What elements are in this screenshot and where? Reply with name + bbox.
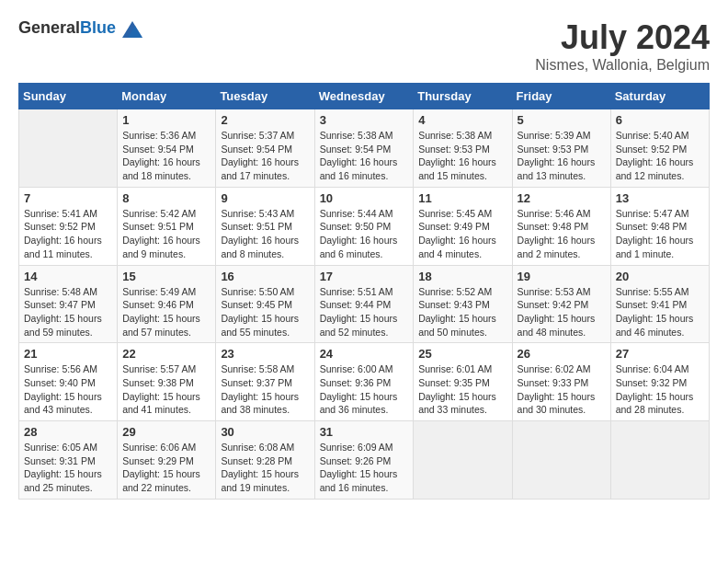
calendar-week-row: 28Sunrise: 6:05 AM Sunset: 9:31 PM Dayli… — [19, 421, 710, 500]
day-number: 28 — [24, 425, 112, 439]
day-number: 11 — [418, 191, 506, 205]
day-number: 27 — [616, 347, 704, 361]
day-info: Sunrise: 5:46 AM Sunset: 9:48 PM Dayligh… — [518, 207, 606, 261]
day-number: 24 — [320, 347, 409, 361]
day-info: Sunrise: 6:02 AM Sunset: 9:33 PM Dayligh… — [518, 362, 606, 417]
month-title: July 2024 — [535, 18, 710, 57]
day-info: Sunrise: 6:00 AM Sunset: 9:36 PM Dayligh… — [320, 362, 409, 417]
calendar-cell: 27Sunrise: 6:04 AM Sunset: 9:32 PM Dayli… — [610, 343, 709, 421]
calendar-cell: 7Sunrise: 5:41 AM Sunset: 9:52 PM Daylig… — [19, 187, 118, 265]
day-number: 1 — [122, 113, 210, 127]
calendar-cell: 20Sunrise: 5:55 AM Sunset: 9:41 PM Dayli… — [610, 265, 709, 343]
calendar-table: SundayMondayTuesdayWednesdayThursdayFrid… — [18, 83, 710, 500]
calendar-cell: 26Sunrise: 6:02 AM Sunset: 9:33 PM Dayli… — [512, 343, 610, 421]
day-info: Sunrise: 5:40 AM Sunset: 9:52 PM Dayligh… — [616, 129, 704, 183]
calendar-week-row: 14Sunrise: 5:48 AM Sunset: 9:47 PM Dayli… — [19, 265, 710, 343]
day-info: Sunrise: 6:04 AM Sunset: 9:32 PM Dayligh… — [616, 362, 704, 417]
day-number: 5 — [518, 113, 606, 127]
calendar-cell: 22Sunrise: 5:57 AM Sunset: 9:38 PM Dayli… — [118, 343, 216, 421]
day-number: 22 — [122, 347, 210, 361]
calendar-cell: 19Sunrise: 5:53 AM Sunset: 9:42 PM Dayli… — [512, 265, 610, 343]
day-info: Sunrise: 5:42 AM Sunset: 9:51 PM Dayligh… — [122, 207, 210, 261]
day-info: Sunrise: 5:56 AM Sunset: 9:40 PM Dayligh… — [24, 362, 112, 417]
calendar-cell: 29Sunrise: 6:06 AM Sunset: 9:29 PM Dayli… — [118, 421, 216, 500]
calendar-day-header: Wednesday — [314, 84, 414, 109]
calendar-cell: 16Sunrise: 5:50 AM Sunset: 9:45 PM Dayli… — [216, 265, 314, 343]
day-info: Sunrise: 5:53 AM Sunset: 9:42 PM Dayligh… — [518, 285, 606, 339]
day-number: 15 — [122, 270, 210, 283]
day-info: Sunrise: 5:57 AM Sunset: 9:38 PM Dayligh… — [122, 362, 210, 417]
calendar-cell: 10Sunrise: 5:44 AM Sunset: 9:50 PM Dayli… — [314, 187, 414, 265]
calendar-cell — [512, 421, 610, 500]
calendar-week-row: 7Sunrise: 5:41 AM Sunset: 9:52 PM Daylig… — [19, 187, 710, 265]
day-info: Sunrise: 5:36 AM Sunset: 9:54 PM Dayligh… — [122, 129, 210, 183]
calendar-cell: 23Sunrise: 5:58 AM Sunset: 9:37 PM Dayli… — [216, 343, 314, 421]
calendar-cell: 5Sunrise: 5:39 AM Sunset: 9:53 PM Daylig… — [512, 109, 610, 188]
day-number: 3 — [320, 113, 409, 127]
title-section: July 2024 Nismes, Wallonia, Belgium — [535, 18, 710, 74]
day-number: 4 — [418, 113, 506, 127]
day-number: 26 — [518, 347, 606, 361]
day-number: 8 — [122, 191, 210, 205]
calendar-week-row: 21Sunrise: 5:56 AM Sunset: 9:40 PM Dayli… — [19, 343, 710, 421]
day-number: 23 — [221, 347, 309, 361]
header: GeneralBlue July 2024 Nismes, Wallonia, … — [18, 18, 710, 74]
day-info: Sunrise: 5:38 AM Sunset: 9:54 PM Dayligh… — [320, 129, 409, 183]
calendar-cell: 30Sunrise: 6:08 AM Sunset: 9:28 PM Dayli… — [216, 421, 314, 500]
day-info: Sunrise: 6:08 AM Sunset: 9:28 PM Dayligh… — [221, 441, 309, 495]
calendar-header-row: SundayMondayTuesdayWednesdayThursdayFrid… — [19, 84, 710, 109]
logo-icon — [122, 21, 142, 38]
calendar-day-header: Monday — [118, 84, 216, 109]
calendar-day-header: Tuesday — [216, 84, 314, 109]
day-number: 14 — [24, 270, 112, 283]
calendar-cell: 6Sunrise: 5:40 AM Sunset: 9:52 PM Daylig… — [610, 109, 709, 188]
day-info: Sunrise: 5:49 AM Sunset: 9:46 PM Dayligh… — [122, 285, 210, 339]
calendar-cell: 4Sunrise: 5:38 AM Sunset: 9:53 PM Daylig… — [414, 109, 512, 188]
day-number: 6 — [616, 113, 704, 127]
day-info: Sunrise: 5:50 AM Sunset: 9:45 PM Dayligh… — [221, 285, 309, 339]
day-number: 21 — [24, 347, 112, 361]
calendar-cell: 12Sunrise: 5:46 AM Sunset: 9:48 PM Dayli… — [512, 187, 610, 265]
day-number: 12 — [518, 191, 606, 205]
calendar-cell — [19, 109, 118, 188]
calendar-day-header: Sunday — [19, 84, 118, 109]
day-info: Sunrise: 5:58 AM Sunset: 9:37 PM Dayligh… — [221, 362, 309, 417]
calendar-cell: 18Sunrise: 5:52 AM Sunset: 9:43 PM Dayli… — [414, 265, 512, 343]
day-info: Sunrise: 5:37 AM Sunset: 9:54 PM Dayligh… — [221, 129, 309, 183]
logo-general: General — [18, 18, 80, 37]
day-info: Sunrise: 6:06 AM Sunset: 9:29 PM Dayligh… — [122, 441, 210, 495]
logo-blue: Blue — [80, 18, 116, 37]
day-number: 17 — [320, 270, 409, 283]
calendar-cell: 13Sunrise: 5:47 AM Sunset: 9:48 PM Dayli… — [610, 187, 709, 265]
calendar-cell: 28Sunrise: 6:05 AM Sunset: 9:31 PM Dayli… — [19, 421, 118, 500]
day-number: 20 — [616, 270, 704, 283]
calendar-week-row: 1Sunrise: 5:36 AM Sunset: 9:54 PM Daylig… — [19, 109, 710, 188]
day-number: 13 — [616, 191, 704, 205]
calendar-cell: 15Sunrise: 5:49 AM Sunset: 9:46 PM Dayli… — [118, 265, 216, 343]
day-number: 9 — [221, 191, 309, 205]
day-info: Sunrise: 5:43 AM Sunset: 9:51 PM Dayligh… — [221, 207, 309, 261]
day-info: Sunrise: 5:38 AM Sunset: 9:53 PM Dayligh… — [418, 129, 506, 183]
calendar-cell: 9Sunrise: 5:43 AM Sunset: 9:51 PM Daylig… — [216, 187, 314, 265]
day-info: Sunrise: 5:52 AM Sunset: 9:43 PM Dayligh… — [418, 285, 506, 339]
day-info: Sunrise: 6:01 AM Sunset: 9:35 PM Dayligh… — [418, 362, 506, 417]
logo: GeneralBlue — [18, 18, 142, 38]
day-number: 19 — [518, 270, 606, 283]
day-info: Sunrise: 6:05 AM Sunset: 9:31 PM Dayligh… — [24, 441, 112, 495]
calendar-cell: 21Sunrise: 5:56 AM Sunset: 9:40 PM Dayli… — [19, 343, 118, 421]
day-info: Sunrise: 5:48 AM Sunset: 9:47 PM Dayligh… — [24, 285, 112, 339]
day-number: 10 — [320, 191, 409, 205]
day-info: Sunrise: 5:41 AM Sunset: 9:52 PM Dayligh… — [24, 207, 112, 261]
day-info: Sunrise: 5:51 AM Sunset: 9:44 PM Dayligh… — [320, 285, 409, 339]
day-info: Sunrise: 5:39 AM Sunset: 9:53 PM Dayligh… — [518, 129, 606, 183]
calendar-cell: 2Sunrise: 5:37 AM Sunset: 9:54 PM Daylig… — [216, 109, 314, 188]
calendar-day-header: Friday — [512, 84, 610, 109]
day-info: Sunrise: 6:09 AM Sunset: 9:26 PM Dayligh… — [320, 441, 409, 495]
calendar-day-header: Thursday — [414, 84, 512, 109]
day-info: Sunrise: 5:55 AM Sunset: 9:41 PM Dayligh… — [616, 285, 704, 339]
calendar-cell: 3Sunrise: 5:38 AM Sunset: 9:54 PM Daylig… — [314, 109, 414, 188]
calendar-cell: 1Sunrise: 5:36 AM Sunset: 9:54 PM Daylig… — [118, 109, 216, 188]
day-number: 30 — [221, 425, 309, 439]
calendar-cell — [610, 421, 709, 500]
calendar-day-header: Saturday — [610, 84, 709, 109]
